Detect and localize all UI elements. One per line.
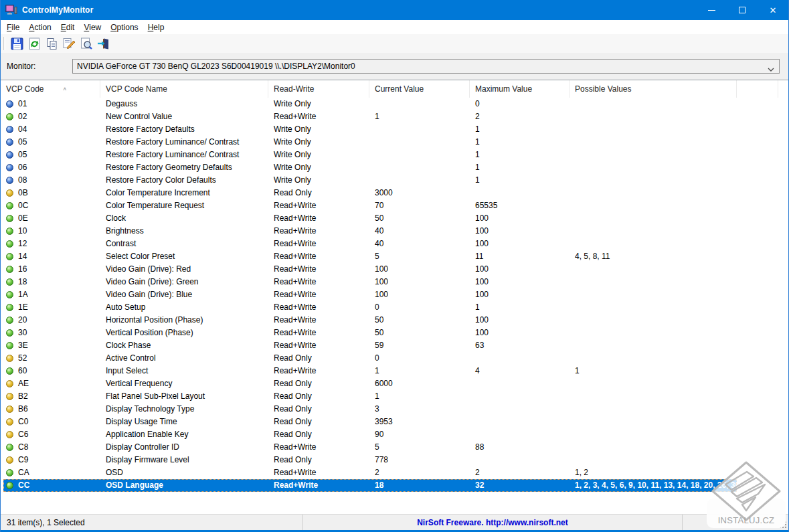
cell-read-write: Read+Write (268, 225, 369, 238)
vcp-code-text: 0B (18, 187, 28, 199)
table-row[interactable]: 02New Control ValueRead+Write12 (3, 110, 737, 123)
table-row[interactable]: 0EClockRead+Write50100 (3, 212, 737, 225)
find-button[interactable] (78, 36, 94, 52)
cell-possible-values (569, 161, 737, 174)
properties-button[interactable] (61, 36, 77, 52)
vcp-code-text: B2 (18, 390, 28, 403)
vcp-code-text: C9 (18, 454, 28, 466)
menu-help[interactable]: Help (143, 21, 169, 34)
table-row[interactable]: CCOSD LanguageRead+Write18321, 2, 3, 4, … (3, 479, 737, 492)
cell-maximum-value: 100 (470, 327, 569, 339)
table-row[interactable]: 0CColor Temperature RequestRead+Write706… (3, 199, 737, 212)
cell-vcp-code: 18 (3, 276, 100, 288)
cell-vcp-code: 02 (3, 110, 100, 123)
vcp-code-text: 60 (18, 365, 27, 377)
header-possible-values[interactable]: Possible Values (569, 80, 737, 98)
cell-read-write: Write Only (268, 98, 369, 110)
table-row[interactable]: 12ContrastRead+Write40100 (3, 238, 737, 250)
table-row[interactable]: 16Video Gain (Drive): RedRead+Write10010… (3, 263, 737, 276)
cell-maximum-value: 1 (470, 174, 569, 187)
cell-possible-values (569, 288, 737, 301)
cell-possible-values (569, 212, 737, 225)
table-row[interactable]: 3EClock PhaseRead+Write5963 (3, 339, 737, 352)
menu-view[interactable]: View (79, 21, 106, 34)
table-row[interactable]: AEVertical FrequencyRead Only6000 (3, 377, 737, 390)
cell-read-write: Read+Write (268, 479, 369, 492)
cell-vcp-code-name: Vertical Position (Phase) (100, 327, 268, 339)
table-row[interactable]: 08Restore Factory Color DefaultsWrite On… (3, 174, 737, 187)
cell-maximum-value: 100 (470, 276, 569, 288)
status-ball-icon (6, 164, 13, 171)
cell-vcp-code: 1A (3, 288, 100, 301)
header-vcp-code[interactable]: VCP Code ∧ (3, 80, 100, 98)
cell-possible-values (569, 136, 737, 149)
cell-possible-values (569, 441, 737, 454)
toolbar-gripper (3, 37, 5, 50)
cell-possible-values (569, 199, 737, 212)
cell-read-write: Write Only (268, 161, 369, 174)
refresh-button[interactable] (26, 36, 42, 52)
monitor-select[interactable]: NVIDIA GeForce GT 730 BenQ GL2023 S6D004… (72, 59, 780, 74)
table-row[interactable]: 05Restore Factory Luminance/ ContrastWri… (3, 136, 737, 149)
cell-maximum-value (470, 428, 569, 441)
vcp-code-text: C6 (18, 428, 28, 441)
table-row[interactable]: 30Vertical Position (Phase)Read+Write501… (3, 327, 737, 339)
table-row[interactable]: 14Select Color PresetRead+Write5114, 5, … (3, 250, 737, 263)
cell-read-write: Read Only (268, 454, 369, 466)
menu-action[interactable]: Action (24, 21, 56, 34)
maximize-button[interactable] (727, 0, 758, 20)
cell-current-value: 5 (369, 441, 470, 454)
table-row[interactable]: 04Restore Factory DefaultsWrite Only1 (3, 123, 737, 136)
table-row[interactable]: 06Restore Factory Geometry DefaultsWrite… (3, 161, 737, 174)
table-row[interactable]: B6Display Technology TypeRead Only3 (3, 403, 737, 416)
table-row[interactable]: 18Video Gain (Drive): GreenRead+Write100… (3, 276, 737, 288)
nirsoft-link[interactable]: NirSoft Freeware. http://www.nirsoft.net (303, 515, 683, 530)
titlebar: ControlMyMonitor ✕ (1, 0, 788, 20)
cell-vcp-code: B6 (3, 403, 100, 416)
save-button[interactable] (9, 36, 25, 52)
minimize-button[interactable] (696, 0, 727, 20)
cell-read-write: Read+Write (268, 238, 369, 250)
table-row[interactable]: 60Input SelectRead+Write141 (3, 365, 737, 377)
save-icon (11, 37, 23, 50)
status-ball-icon (6, 367, 13, 375)
table-row[interactable]: 01DegaussWrite Only0 (3, 98, 737, 110)
table-row[interactable]: C8Display Controller IDRead+Write588 (3, 441, 737, 454)
table-row[interactable]: 1EAuto SetupRead+Write01 (3, 301, 737, 314)
status-ball-icon (6, 177, 13, 184)
monitor-select-value: NVIDIA GeForce GT 730 BenQ GL2023 S6D004… (77, 62, 355, 71)
table-row[interactable]: 1AVideo Gain (Drive): BlueRead+Write1001… (3, 288, 737, 301)
menu-options[interactable]: Options (106, 21, 143, 34)
vcp-code-text: 3E (18, 339, 28, 352)
cell-possible-values (569, 110, 737, 123)
status-ball-icon (6, 151, 13, 159)
exit-button[interactable] (96, 36, 112, 52)
table-row[interactable]: 10BrightnessRead+Write40100 (3, 225, 737, 238)
resize-grip[interactable] (779, 521, 787, 529)
table-row[interactable]: 05Restore Factory Luminance/ ContrastWri… (3, 149, 737, 161)
chevron-down-icon (768, 64, 774, 74)
close-button[interactable]: ✕ (758, 0, 788, 20)
table-row[interactable]: C0Display Usage TimeRead Only3953 (3, 416, 737, 428)
menu-edit[interactable]: Edit (56, 21, 80, 34)
cell-current-value (369, 98, 470, 110)
table-row[interactable]: B2Flat Panel Sub-Pixel LayoutRead Only1 (3, 390, 737, 403)
cell-vcp-code: C9 (3, 454, 100, 466)
table-row[interactable]: 52Active ControlRead Only0 (3, 352, 737, 365)
header-maximum-value[interactable]: Maximum Value (470, 80, 569, 98)
header-read-write[interactable]: Read-Write (268, 80, 369, 98)
cell-read-write: Read Only (268, 403, 369, 416)
table-row[interactable]: 20Horizontal Position (Phase)Read+Write5… (3, 314, 737, 327)
header-current-value[interactable]: Current Value (369, 80, 470, 98)
cell-read-write: Write Only (268, 123, 369, 136)
cell-maximum-value: 100 (470, 314, 569, 327)
menu-file[interactable]: File (2, 21, 24, 34)
cell-maximum-value: 2 (470, 110, 569, 123)
table-row[interactable]: CAOSDRead+Write221, 2 (3, 466, 737, 479)
table-row[interactable]: C6Application Enable KeyRead Only90 (3, 428, 737, 441)
cell-vcp-code-name: Color Temperature Request (100, 199, 268, 212)
table-row[interactable]: 0BColor Temperature IncrementRead Only30… (3, 187, 737, 199)
table-row[interactable]: C9Display Firmware LevelRead Only778 (3, 454, 737, 466)
header-vcp-code-name[interactable]: VCP Code Name (100, 80, 268, 98)
copy-button[interactable] (43, 36, 60, 52)
